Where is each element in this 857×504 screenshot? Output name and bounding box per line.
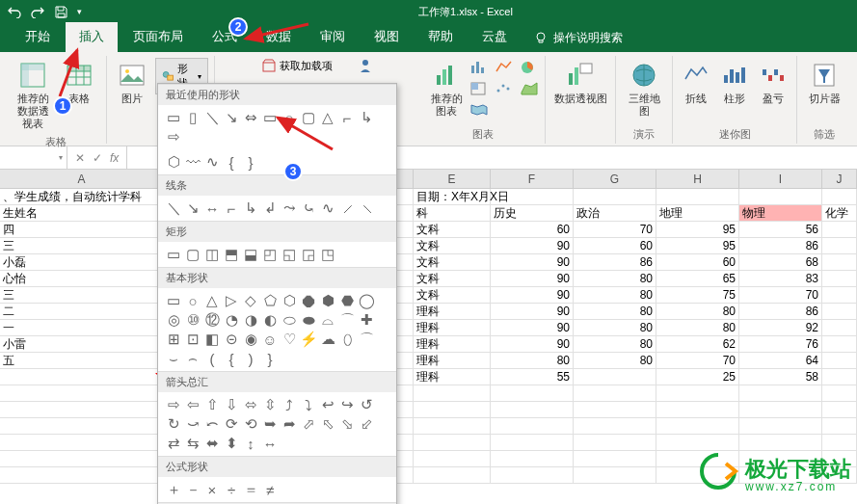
- pictures-button[interactable]: 图片: [113, 58, 151, 107]
- shape-b16-icon[interactable]: ◑: [241, 310, 260, 330]
- cell[interactable]: 25: [656, 369, 739, 385]
- cell[interactable]: 80: [574, 287, 656, 303]
- col-header-g[interactable]: G: [574, 170, 656, 188]
- cell[interactable]: 60: [574, 238, 656, 253]
- shape-free2-icon[interactable]: ⟋: [337, 199, 357, 218]
- shape-b14-icon[interactable]: ⑫: [202, 310, 222, 330]
- shape-b2-icon[interactable]: ○: [183, 291, 202, 310]
- cell[interactable]: 心怡: [0, 271, 164, 286]
- shape-b6-icon[interactable]: ⬠: [260, 291, 280, 310]
- confirm-icon[interactable]: ✓: [93, 151, 102, 165]
- cell[interactable]: [822, 189, 857, 204]
- cell[interactable]: [822, 304, 857, 319]
- shape-curve-icon[interactable]: 〰: [183, 152, 202, 172]
- shape-line3-icon[interactable]: ↘: [183, 199, 202, 218]
- cell[interactable]: 86: [574, 254, 656, 270]
- shape-r8-icon[interactable]: ◲: [299, 245, 318, 264]
- addins-button[interactable]: 获取加载项: [262, 58, 377, 73]
- cell[interactable]: 90: [491, 304, 574, 319]
- shape-b11-icon[interactable]: ◯: [357, 291, 376, 310]
- cell[interactable]: 70: [574, 222, 656, 237]
- cell[interactable]: 文科: [414, 254, 491, 270]
- shape-a8-icon[interactable]: ⤵: [299, 395, 318, 414]
- cell[interactable]: 90: [491, 254, 574, 270]
- fx-icon[interactable]: fx: [110, 151, 119, 165]
- shape-r2-icon[interactable]: ▢: [183, 245, 202, 264]
- column-chart-icon[interactable]: [469, 60, 489, 79]
- shape-r9-icon[interactable]: ◳: [318, 245, 337, 264]
- cell[interactable]: [739, 189, 822, 204]
- cell[interactable]: 三: [0, 287, 164, 303]
- shape-r3-icon[interactable]: ◫: [202, 245, 222, 264]
- col-header-e[interactable]: E: [414, 170, 491, 188]
- shape-a3-icon[interactable]: ⇧: [202, 395, 222, 414]
- cell[interactable]: [574, 385, 656, 401]
- shape-freeform-icon[interactable]: ∿: [202, 152, 222, 172]
- cell[interactable]: 理科: [414, 336, 491, 352]
- cell[interactable]: 92: [739, 320, 822, 335]
- cell[interactable]: [739, 435, 822, 450]
- recommended-charts-button[interactable]: 推荐的 图表: [427, 58, 466, 119]
- cell[interactable]: 83: [739, 271, 822, 286]
- shape-arrow-line-icon[interactable]: ↘: [222, 108, 241, 127]
- shape-b12-icon[interactable]: ◎: [164, 310, 183, 330]
- cell[interactable]: [656, 418, 739, 434]
- shape-b36-icon[interactable]: (: [202, 349, 222, 368]
- shape-b3-icon[interactable]: △: [202, 291, 222, 310]
- shape-double-line-icon[interactable]: ⇔: [241, 108, 260, 127]
- cell[interactable]: [0, 467, 164, 483]
- name-box[interactable]: ▾: [0, 146, 67, 169]
- cell[interactable]: 80: [491, 353, 574, 368]
- shape-b4-icon[interactable]: ▷: [222, 291, 241, 310]
- cell[interactable]: 三: [0, 238, 164, 253]
- tab-page-layout[interactable]: 页面布局: [120, 22, 197, 52]
- shape-elbow2-icon[interactable]: ⌐: [222, 199, 241, 218]
- cell[interactable]: [414, 402, 491, 417]
- shape-b21-icon[interactable]: ⌒: [337, 310, 357, 330]
- tab-data[interactable]: 数据: [253, 22, 305, 52]
- cell[interactable]: [491, 189, 574, 204]
- cell[interactable]: 生姓名: [0, 205, 164, 221]
- slicer-button[interactable]: 切片器: [803, 58, 845, 107]
- cell[interactable]: 80: [574, 320, 656, 335]
- cell[interactable]: [739, 418, 822, 434]
- tab-insert[interactable]: 插入: [66, 22, 118, 52]
- shape-b13-icon[interactable]: ⑩: [183, 310, 202, 330]
- pie-chart-icon[interactable]: [520, 60, 537, 79]
- shape-b17-icon[interactable]: ◐: [260, 310, 280, 330]
- cell[interactable]: 80: [574, 353, 656, 368]
- cell[interactable]: 80: [574, 336, 656, 352]
- tab-help[interactable]: 帮助: [415, 22, 467, 52]
- shape-a13-icon[interactable]: ⤻: [183, 414, 202, 434]
- cell[interactable]: 86: [739, 238, 822, 253]
- cell[interactable]: [574, 402, 656, 417]
- shape-b19-icon[interactable]: ⬬: [299, 310, 318, 330]
- cell[interactable]: [491, 385, 574, 401]
- shape-b30-icon[interactable]: ⚡: [299, 330, 318, 349]
- cell[interactable]: 目期：X年X月X日: [414, 189, 491, 204]
- cell[interactable]: 70: [739, 287, 822, 303]
- shape-a16-icon[interactable]: ⟲: [241, 414, 260, 434]
- col-header-f[interactable]: F: [491, 170, 574, 188]
- cell[interactable]: [491, 451, 574, 466]
- shape-b37-icon[interactable]: {: [222, 349, 241, 368]
- cell[interactable]: [491, 418, 574, 434]
- cell[interactable]: [739, 402, 822, 417]
- tab-view[interactable]: 视图: [361, 22, 413, 52]
- cell[interactable]: 理科: [414, 304, 491, 319]
- shape-a22-icon[interactable]: ⬃: [357, 414, 376, 434]
- shape-a15-icon[interactable]: ⟳: [222, 414, 241, 434]
- shape-a27-icon[interactable]: ↕: [241, 434, 260, 453]
- shape-a20-icon[interactable]: ⬁: [318, 414, 337, 434]
- cell[interactable]: [574, 189, 656, 204]
- shape-r5-icon[interactable]: ⬓: [241, 245, 260, 264]
- cell[interactable]: [414, 435, 491, 450]
- tab-cloud[interactable]: 云盘: [469, 22, 521, 52]
- shape-b7-icon[interactable]: ⬡: [280, 291, 299, 310]
- shape-rect-icon[interactable]: ▭: [260, 108, 280, 127]
- shape-a9-icon[interactable]: ↩: [318, 395, 337, 414]
- shape-a17-icon[interactable]: ➥: [260, 414, 280, 434]
- shape-b24-icon[interactable]: ⊡: [183, 330, 202, 349]
- tab-home[interactable]: 开始: [12, 22, 64, 52]
- shape-textbox-v-icon[interactable]: ▯: [183, 108, 202, 127]
